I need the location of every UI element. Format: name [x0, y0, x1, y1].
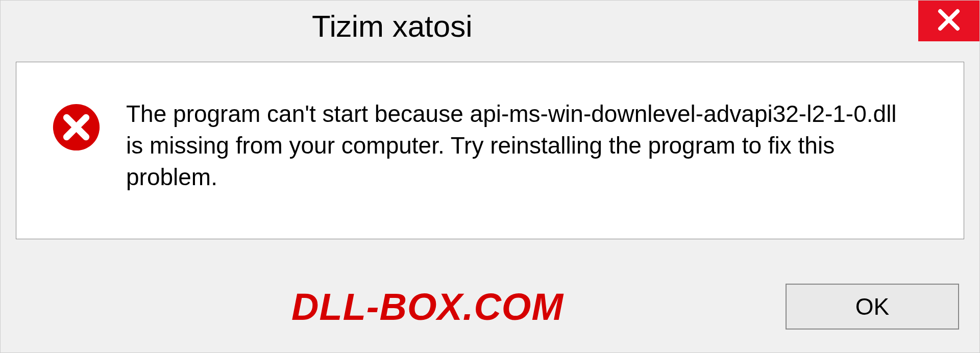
error-message: The program can't start because api-ms-w… [126, 98, 912, 193]
watermark-text: DLL-BOX.COM [16, 285, 564, 329]
ok-button[interactable]: OK [786, 284, 959, 330]
close-button[interactable] [918, 1, 979, 41]
error-dialog: Tizim xatosi The program can't start bec… [0, 0, 980, 353]
content-area: The program can't start because api-ms-w… [16, 62, 964, 239]
error-icon [52, 103, 101, 152]
dialog-title: Tizim xatosi [312, 9, 472, 44]
titlebar: Tizim xatosi [1, 1, 979, 52]
close-icon [936, 7, 962, 35]
dialog-footer: DLL-BOX.COM OK [1, 261, 979, 352]
